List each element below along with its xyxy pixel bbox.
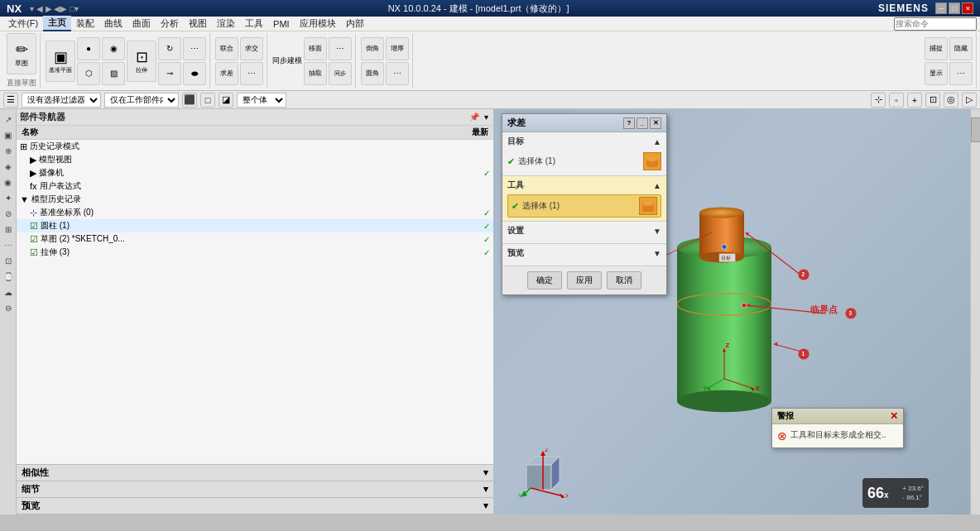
datum-plane-button[interactable]: ▣ 基准平面 xyxy=(46,41,75,82)
left-icon-11[interactable]: ⌚ xyxy=(2,270,15,283)
thicken-button[interactable]: 增厚 xyxy=(386,37,409,60)
hole-button[interactable]: ◉ xyxy=(102,37,125,60)
menu-tools[interactable]: 工具 xyxy=(240,17,268,31)
sketch-button[interactable]: ✏ 草图 xyxy=(7,33,36,74)
invert-icon[interactable]: ◪ xyxy=(219,93,233,108)
window-controls[interactable]: ─ □ ✕ xyxy=(935,2,973,14)
block-button[interactable]: ▨ xyxy=(102,62,125,85)
preview-panel-header[interactable]: 预览 ▾ xyxy=(17,498,493,514)
menu-curve[interactable]: 曲线 xyxy=(99,17,127,31)
dialog-preview-header[interactable]: 预览 ▼ xyxy=(507,247,661,259)
display-button[interactable]: 显示 xyxy=(925,62,948,85)
left-icon-7[interactable]: ⊘ xyxy=(2,207,15,220)
left-icon-8[interactable]: ⊞ xyxy=(2,222,15,236)
fillet-button[interactable]: 圆角 xyxy=(361,62,384,85)
ok-button[interactable]: 确定 xyxy=(527,271,562,289)
sphere-button[interactable]: ● xyxy=(77,37,100,60)
dialog-minimize-button[interactable]: _ xyxy=(637,117,648,129)
warning-close-button[interactable]: ✕ xyxy=(890,410,898,422)
menu-view[interactable]: 视图 xyxy=(184,17,212,31)
right-scrollbar[interactable] xyxy=(970,109,980,514)
extrude-button[interactable]: ⊡ 拉伸 xyxy=(127,41,156,82)
nav-item-coord[interactable]: ⊹ 基准坐标系 (0) ✓ xyxy=(17,206,493,219)
menu-render[interactable]: 渲染 xyxy=(212,17,240,31)
snap-btn3[interactable]: + xyxy=(907,93,922,108)
viewport[interactable]: 求差 ? _ ✕ 目标 ▲ ✔ 选择体 (1) xyxy=(493,109,970,514)
close-button[interactable]: ✕ xyxy=(962,2,973,14)
menu-home[interactable]: 主页 xyxy=(43,16,71,31)
cancel-button[interactable]: 取消 xyxy=(607,271,641,289)
scope-select[interactable]: 仅在工作部件内 xyxy=(104,93,179,108)
more-misc-button[interactable]: ⋯ xyxy=(386,62,409,85)
left-icon-5[interactable]: ◉ xyxy=(2,175,15,189)
deselect-icon[interactable]: □ xyxy=(200,93,215,108)
nav-item-model-history[interactable]: ▼ 模型历史记录 xyxy=(17,193,493,206)
menu-internal[interactable]: 内部 xyxy=(341,17,369,31)
maximize-button[interactable]: □ xyxy=(949,2,960,14)
snap-btn1[interactable]: ⊹ xyxy=(871,93,886,108)
dialog-settings-header[interactable]: 设置 ▼ xyxy=(507,225,661,237)
filter-icon[interactable]: ☰ xyxy=(3,93,18,108)
left-icon-6[interactable]: ✦ xyxy=(2,191,15,204)
left-icon-4[interactable]: ◈ xyxy=(2,160,15,173)
more-bool-button[interactable]: ⋯ xyxy=(240,62,263,85)
dialog-close-button[interactable]: ✕ xyxy=(650,117,661,129)
detail-panel-header[interactable]: 细节 ▾ xyxy=(17,481,493,498)
command-search[interactable] xyxy=(894,17,977,31)
more-view-button[interactable]: ⋯ xyxy=(949,62,973,85)
select-all-icon[interactable]: ⬛ xyxy=(182,93,197,108)
menu-appmodule[interactable]: 应用模块 xyxy=(295,17,341,31)
nav-pin-button[interactable]: 📌 xyxy=(468,112,481,122)
body-type-select[interactable]: 整个体 xyxy=(237,93,286,108)
snap-button[interactable]: 捕捉 xyxy=(925,37,948,60)
menu-pmi[interactable]: PMI xyxy=(268,18,295,30)
sweep-button[interactable]: ⊸ xyxy=(158,62,181,85)
unite-button[interactable]: 联合 xyxy=(215,37,238,60)
dialog-tool-header[interactable]: 工具 ▲ xyxy=(507,179,661,191)
left-icon-1[interactable]: ↗ xyxy=(2,112,15,126)
dialog-titlebar-buttons[interactable]: ? _ ✕ xyxy=(623,117,661,129)
snap-btn2[interactable]: ◦ xyxy=(889,93,904,108)
nav-cube[interactable]: Z X Y xyxy=(518,448,568,498)
left-icon-9[interactable]: ⋯ xyxy=(2,238,15,251)
revolve-button[interactable]: ↻ xyxy=(158,37,181,60)
dialog-tool-item[interactable]: 选择体 (1) xyxy=(522,200,636,212)
subtract-button[interactable]: 求差 xyxy=(215,62,238,85)
move-face-button[interactable]: 移面 xyxy=(304,37,327,60)
pull-face-button[interactable]: 抽取 xyxy=(304,62,327,85)
left-icon-3[interactable]: ⊕ xyxy=(2,144,15,157)
menu-analysis[interactable]: 分析 xyxy=(156,17,184,31)
nav-item-history-mode[interactable]: ⊞ 历史记录模式 xyxy=(17,140,493,153)
menu-file[interactable]: 文件(F) xyxy=(3,17,43,31)
similarity-panel-header[interactable]: 相似性 ▾ xyxy=(17,465,493,481)
snap-btn5[interactable]: ◎ xyxy=(944,93,958,108)
sync-btn2[interactable]: 同步 xyxy=(329,62,352,85)
nav-item-cylinder1[interactable]: ☑ 圆柱 (1) ✓ xyxy=(17,219,493,232)
scrollbar-thumb[interactable] xyxy=(971,117,980,142)
minimize-button[interactable]: ─ xyxy=(935,2,947,14)
left-icon-10[interactable]: ⊡ xyxy=(2,254,15,267)
nav-item-camera[interactable]: ▶ 摄像机 ✓ xyxy=(17,166,493,179)
dialog-target-header[interactable]: 目标 ▲ xyxy=(507,136,661,147)
dialog-help-button[interactable]: ? xyxy=(623,117,635,129)
more-sync-button[interactable]: ⋯ xyxy=(329,37,352,60)
snap-btn4[interactable]: ⊡ xyxy=(925,93,940,108)
more-features-button[interactable]: ⋯ xyxy=(183,37,206,60)
apply-button[interactable]: 应用 xyxy=(567,271,602,289)
hide-button[interactable]: 隐藏 xyxy=(949,37,973,60)
nav-item-user-expr[interactable]: fx 用户表达式 xyxy=(17,179,493,193)
left-icon-2[interactable]: ▣ xyxy=(2,128,15,141)
selection-filter-select[interactable]: 没有选择过滤器 xyxy=(22,93,101,108)
nav-menu-button[interactable]: ▾ xyxy=(483,112,490,122)
intersect-button[interactable]: 求交 xyxy=(240,37,263,60)
nav-item-sketch[interactable]: ☑ 草图 (2) *SKETCH_0... ✓ xyxy=(17,232,493,246)
cylinder-button[interactable]: ⬡ xyxy=(77,62,100,85)
nav-item-model-views[interactable]: ▶ 模型视图 xyxy=(17,153,493,166)
chamfer-button[interactable]: 倒角 xyxy=(361,37,384,60)
left-icon-13[interactable]: ⊖ xyxy=(2,301,15,314)
menu-surface[interactable]: 曲面 xyxy=(127,17,156,31)
snap-btn6[interactable]: ▷ xyxy=(962,93,977,108)
left-icon-12[interactable]: ☁ xyxy=(2,285,15,299)
pattern-button[interactable]: ⬬ xyxy=(183,62,206,85)
menu-assembly[interactable]: 装配 xyxy=(71,17,99,31)
